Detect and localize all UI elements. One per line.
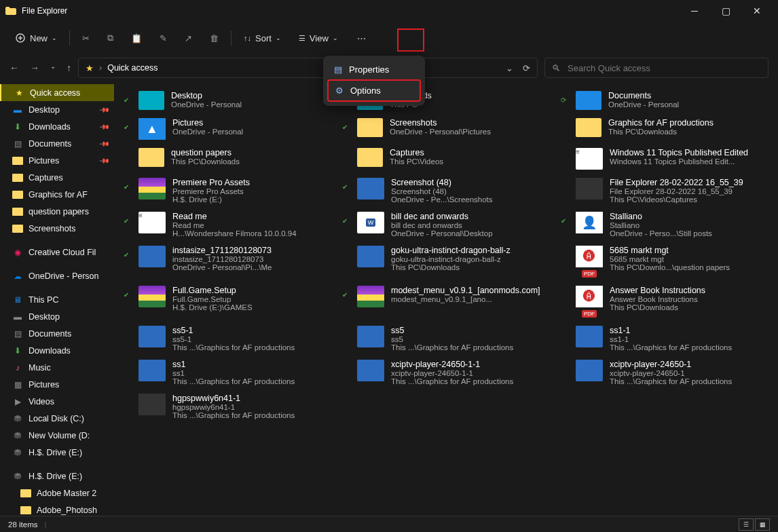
music-icon: ♪ — [12, 362, 23, 373]
sidebar-desktop2[interactable]: ▬Desktop — [0, 308, 114, 325]
file-tile[interactable]: 🅐PDFAnswer Book InstructionsAnswer Book … — [555, 282, 774, 322]
tile-name: 5685 markt mgt — [610, 246, 768, 255]
tile-name: xciptv-player-24650-1 — [610, 360, 768, 369]
file-tile[interactable]: ss5-1ss5-1This ...\Graphics for AF produ… — [118, 322, 337, 356]
sidebar-new-volume[interactable]: ⛃New Volume (D: — [0, 427, 114, 444]
sidebar-quick-access[interactable]: ★Quick access — [0, 84, 114, 101]
pin-icon: 📌 — [99, 138, 110, 149]
menu-options[interactable]: ⚙ Options — [327, 79, 421, 102]
copy-button[interactable]: ⧉ — [102, 30, 119, 46]
recent-button[interactable]: ⌄ — [50, 62, 56, 73]
tile-sub: ss1-1 — [610, 335, 768, 343]
sidebar-question-papers[interactable]: question papers — [0, 203, 114, 220]
details-view-button[interactable]: ☰ — [739, 518, 754, 531]
forward-button[interactable]: → — [30, 62, 39, 73]
image-thumb — [357, 360, 384, 381]
back-button[interactable]: ← — [10, 62, 19, 73]
sidebar-creative-cloud[interactable]: ◉Creative Cloud Fil — [0, 244, 114, 261]
sidebar: ★Quick access ▬Desktop📌 ⬇Downloads📌 ▤Doc… — [0, 81, 114, 516]
minimize-button[interactable]: ─ — [679, 0, 710, 22]
path-chevron-icon[interactable]: ⌄ — [506, 63, 513, 73]
view-button[interactable]: ☰ View ⌄ — [293, 31, 344, 46]
close-button[interactable]: ✕ — [741, 0, 773, 22]
file-tile[interactable]: ss1-1ss1-1This ...\Graphics for AF produ… — [555, 322, 774, 356]
sidebar-captures[interactable]: Captures — [0, 169, 114, 186]
tile-sub: This PC\Downloads — [608, 128, 768, 136]
delete-button[interactable]: 🗑 — [204, 31, 224, 46]
sidebar-graphics-af[interactable]: Graphics for AF — [0, 186, 114, 203]
address-bar[interactable]: ★ › Quick access ⌄ ⟳ — [78, 58, 538, 78]
file-tile[interactable]: ✔👤StallianoStallianoOneDrive - Perso...\… — [555, 208, 774, 242]
tile-name: Documents — [608, 91, 768, 100]
file-tile[interactable]: ✔instasize_1711280128073instasize_171128… — [118, 242, 337, 282]
search-box[interactable]: 🔍︎ Search Quick access — [544, 58, 768, 78]
sidebar-desktop[interactable]: ▬Desktop📌 — [0, 101, 114, 118]
file-tile[interactable]: xciptv-player-24650-1xciptv-player-24650… — [555, 356, 774, 390]
cut-button[interactable]: ✂ — [77, 31, 95, 46]
tile-name: Captures — [390, 148, 550, 157]
file-tile[interactable]: ✔Wbill dec and onwardsbill dec and onwar… — [337, 208, 555, 242]
onedrive-icon: ☁ — [12, 271, 23, 282]
sidebar-local-disk[interactable]: ⛃Local Disk (C:) — [0, 410, 114, 427]
file-tile[interactable]: ✔▲PicturesOneDrive - Personal — [118, 114, 337, 144]
sidebar-documents[interactable]: ▤Documents📌 — [0, 135, 114, 152]
file-tile[interactable]: ≡Windows 11 Topics Published EditedWindo… — [555, 144, 774, 174]
file-tile[interactable]: xciptv-player-24650-1-1xciptv-player-246… — [337, 356, 555, 390]
file-tile[interactable]: hgpspwwiy6n41-1hgpspwwiy6n41-1This ...\G… — [118, 390, 337, 423]
sort-label: Sort — [255, 33, 272, 43]
sidebar-music[interactable]: ♪Music — [0, 359, 114, 376]
new-button[interactable]: New ⌄ — [10, 30, 62, 46]
sync-check-icon: ✔ — [342, 217, 350, 225]
file-tile[interactable]: ✔modest_menu_v0.9.1_[anonmods.com]modest… — [337, 282, 555, 322]
file-tile[interactable]: ✔≡Read meRead meH...\Wondershare Filmora… — [118, 208, 337, 242]
rename-button[interactable]: ✎ — [154, 31, 172, 46]
sidebar-item-label: Adobe Master 2 — [37, 489, 96, 498]
file-tile[interactable]: ✔ScreenshotsOneDrive - Personal\Pictures — [337, 114, 555, 144]
sidebar-hs-drive2[interactable]: ⛃H.$. Drive (E:) — [0, 468, 114, 484]
paste-button[interactable]: 📋 — [126, 31, 147, 46]
sidebar-videos[interactable]: ▶Videos — [0, 393, 114, 410]
sidebar-adobe-photoshop[interactable]: Adobe_Photosh — [0, 501, 114, 516]
file-tile[interactable]: CapturesThis PC\Videos — [337, 144, 555, 174]
file-tile[interactable]: ✔DesktopOneDrive - Personal — [118, 87, 337, 114]
file-tile[interactable]: ss1ss1This ...\Graphics for AF productio… — [118, 356, 337, 390]
file-tile[interactable]: question papersThis PC\Downloads — [118, 144, 337, 174]
share-button[interactable]: ↗ — [179, 31, 198, 46]
file-tile[interactable]: ss5ss5This ...\Graphics for AF productio… — [337, 322, 555, 356]
refresh-button[interactable]: ⟳ — [523, 63, 530, 73]
file-tile[interactable]: File Explorer 28-02-2022 16_55_39File Ex… — [555, 174, 774, 208]
tile-sub: Windows 11 Topics Published Edit... — [610, 157, 768, 166]
file-tile[interactable]: 🅐PDF5685 markt mgt5685 markt mgtThis PC\… — [555, 242, 774, 282]
tiles-view-button[interactable]: ▦ — [755, 518, 770, 531]
sidebar-item-label: Creative Cloud Fil — [29, 248, 96, 257]
sidebar-screenshots[interactable]: Screenshots — [0, 220, 114, 237]
main-area: ★Quick access ▬Desktop📌 ⬇Downloads📌 ▤Doc… — [0, 81, 778, 516]
sidebar-documents2[interactable]: ▤Documents — [0, 325, 114, 342]
file-tile[interactable]: Graphics for AF productionsThis PC\Downl… — [555, 114, 774, 144]
more-button[interactable]: ⋯ — [350, 28, 373, 48]
sidebar-pictures2[interactable]: ▦Pictures — [0, 376, 114, 393]
sidebar-hs-drive[interactable]: ⛃H.$. Drive (E:) — [0, 444, 114, 461]
maximize-button[interactable]: ▢ — [710, 0, 741, 22]
file-tile[interactable]: ✔Screenshot (48)Screenshot (48)OneDrive … — [337, 174, 555, 208]
file-tile[interactable]: ✔Premiere Pro AssetsPremiere Pro AssetsH… — [118, 174, 337, 208]
file-tile[interactable]: ✔Full.Game.SetupFull.Game.SetupH.$. Driv… — [118, 282, 337, 322]
folder-icon — [12, 225, 23, 233]
breadcrumb-current[interactable]: Quick access — [107, 63, 158, 73]
tile-name: ss5 — [391, 326, 550, 335]
sidebar-adobe-master[interactable]: Adobe Master 2 — [0, 484, 114, 501]
toolbar: New ⌄ ✂ ⧉ 📋 ✎ ↗ 🗑 ↑↓ Sort ⌄ ☰ View ⌄ ⋯ — [0, 22, 778, 54]
menu-properties[interactable]: ▤ Properties — [327, 60, 421, 79]
sidebar-downloads2[interactable]: ⬇Downloads — [0, 342, 114, 359]
sidebar-onedrive[interactable]: ☁OneDrive - Person — [0, 267, 114, 284]
sort-button[interactable]: ↑↓ Sort ⌄ — [238, 31, 286, 46]
file-tile[interactable]: ⟳DocumentsOneDrive - Personal — [555, 87, 774, 114]
up-button[interactable]: ↑ — [67, 62, 71, 73]
sidebar-pictures[interactable]: Pictures📌 — [0, 152, 114, 169]
sidebar-downloads[interactable]: ⬇Downloads📌 — [0, 118, 114, 135]
tile-sub: instasize_1711280128073 — [172, 255, 331, 263]
tile-sub: xciptv-player-24650-1-1 — [391, 369, 550, 377]
file-tile[interactable]: goku-ultra-instinct-dragon-ball-zgoku-ul… — [337, 242, 555, 282]
word-icon: W — [357, 212, 384, 233]
sidebar-this-pc[interactable]: 🖥This PC — [0, 291, 114, 308]
